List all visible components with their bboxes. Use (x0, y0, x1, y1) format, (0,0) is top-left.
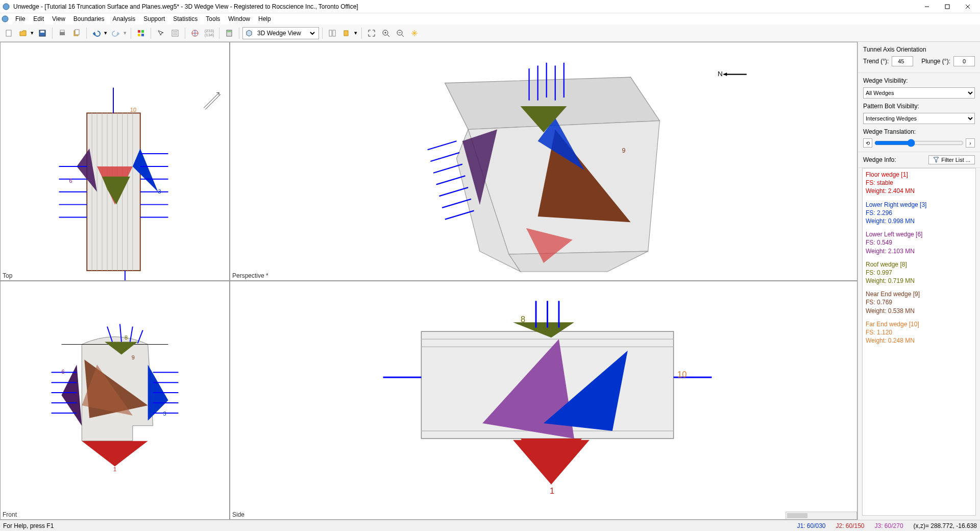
zoom-extents-button[interactable] (365, 27, 378, 40)
minimize-button[interactable] (917, 0, 937, 13)
wedge-info-item[interactable]: Far End wedge [10]FS: 1.120Weight: 0.248… (866, 320, 972, 345)
wedge-visibility-select[interactable]: All Wedges (863, 87, 975, 99)
copy-metafile-button[interactable] (70, 27, 83, 40)
svg-text:8: 8 (521, 315, 525, 324)
translation-end-button[interactable]: › (966, 138, 975, 148)
trend-label: Trend (°): (863, 58, 889, 65)
svg-text:1: 1 (113, 466, 116, 472)
svg-line-90 (445, 211, 474, 220)
wedge-info-item[interactable]: Lower Right wedge [3]FS: 2.296Weight: 0.… (866, 201, 972, 226)
filter-list-button[interactable]: Filter List ... (928, 155, 975, 164)
joint-settings-button[interactable]: (233)(134) (203, 27, 216, 40)
zoom-in-button[interactable] (379, 27, 393, 40)
status-help: For Help, press F1 (3, 522, 54, 529)
redo-button[interactable] (109, 27, 122, 40)
svg-text:3: 3 (163, 411, 166, 417)
svg-line-37 (205, 94, 220, 110)
plunge-label: Plunge (°): (921, 58, 950, 65)
print-button[interactable] (56, 27, 69, 40)
view-selector[interactable]: 3D Wedge View (242, 27, 319, 39)
svg-rect-14 (141, 30, 144, 33)
menu-help[interactable]: Help (254, 14, 275, 23)
svg-text:1: 1 (550, 486, 554, 495)
svg-line-84 (428, 141, 457, 150)
svg-text:N: N (718, 70, 723, 78)
svg-point-0 (3, 4, 9, 10)
svg-text:6: 6 (61, 369, 64, 375)
menu-view[interactable]: View (48, 14, 69, 23)
menu-boundaries[interactable]: Boundaries (69, 14, 109, 23)
info-viewer-button[interactable] (168, 27, 182, 40)
viewport-area: 10 6 3 Top N (0, 42, 857, 520)
viewport-perspective[interactable]: N 9 Perspectiv (230, 42, 857, 281)
view-selector-dropdown[interactable]: 3D Wedge View (255, 29, 316, 37)
viewport-top[interactable]: 10 6 3 Top (0, 42, 230, 281)
menu-bar: File Edit View Boundaries Analysis Suppo… (0, 13, 980, 25)
viewport-front[interactable]: 8 9 6 3 1 Front (0, 281, 230, 520)
select-button[interactable] (154, 27, 167, 40)
svg-text:9: 9 (132, 354, 135, 360)
svg-rect-15 (138, 34, 140, 36)
cube-icon (245, 29, 253, 37)
svg-rect-26 (329, 30, 332, 36)
svg-rect-12 (75, 30, 79, 35)
svg-rect-10 (60, 30, 64, 32)
pan-button[interactable] (408, 27, 421, 40)
new-button[interactable] (2, 27, 15, 40)
wedge-info-list[interactable]: Floor wedge [1]FS: stableWeight: 2.404 M… (862, 168, 976, 516)
svg-rect-8 (40, 31, 44, 33)
menu-analysis[interactable]: Analysis (109, 14, 140, 23)
svg-point-5 (2, 16, 8, 22)
svg-rect-13 (138, 30, 140, 33)
viewport-label: Side (232, 511, 244, 518)
wedge-info-item[interactable]: Roof wedge [8]FS: 0.997Weight: 0.719 MN (866, 260, 972, 285)
wedge-info-item[interactable]: Near End wedge [9]FS: 0.769Weight: 0.538… (866, 290, 972, 315)
title-bar: Unwedge - [Tutorial 16 Truncation Surfac… (0, 0, 980, 13)
close-button[interactable] (958, 0, 978, 13)
viewport-label: Perspective * (232, 272, 268, 279)
svg-line-89 (442, 199, 471, 208)
wedge-info-item[interactable]: Floor wedge [1]FS: stableWeight: 2.404 M… (866, 171, 972, 196)
toolbar: ▾ ▾ ▾ (233)(134) 3D Wedge View ▾ (0, 25, 980, 42)
menu-window[interactable]: Window (224, 14, 254, 23)
svg-line-36 (204, 93, 219, 108)
maximize-button[interactable] (937, 0, 958, 13)
menu-file[interactable]: File (11, 14, 29, 23)
svg-rect-28 (344, 31, 348, 36)
zoom-out-button[interactable] (394, 27, 407, 40)
menu-statistics[interactable]: Statistics (169, 14, 202, 23)
wedge-visibility-title: Wedge Visibility: (863, 77, 975, 84)
plunge-input[interactable] (953, 56, 975, 66)
trend-input[interactable] (892, 56, 913, 66)
undo-dropdown-icon[interactable]: ▾ (104, 30, 108, 36)
status-j2: J2: 60/150 (836, 522, 864, 529)
translation-slider[interactable] (874, 139, 964, 147)
viewport-label: Top (3, 272, 12, 279)
pane-layout-button[interactable] (326, 27, 339, 40)
menu-tools[interactable]: Tools (202, 14, 224, 23)
horizontal-scrollbar[interactable] (786, 512, 857, 520)
compute-button[interactable] (223, 27, 236, 40)
pattern-bolt-select[interactable]: Intersecting Wedges (863, 113, 975, 124)
undo-button[interactable] (90, 27, 103, 40)
svg-marker-93 (82, 441, 148, 467)
status-coords: (x,z)= 288.772, -16.638 (914, 522, 977, 529)
menu-support[interactable]: Support (139, 14, 169, 23)
save-button[interactable] (36, 27, 49, 40)
menu-edit[interactable]: Edit (29, 14, 48, 23)
status-j1: J1: 60/030 (797, 522, 825, 529)
copy-view-button[interactable] (340, 27, 353, 40)
status-j3: J3: 60/270 (875, 522, 903, 529)
svg-line-86 (433, 164, 462, 173)
viewport-side[interactable]: 8 10 1 Side (230, 281, 857, 520)
display-options-button[interactable] (134, 27, 148, 40)
svg-line-88 (439, 187, 468, 196)
dropdown-arrow-icon[interactable]: ▾ (31, 30, 35, 36)
stereonet-button[interactable] (188, 27, 202, 40)
redo-dropdown-icon[interactable]: ▾ (124, 30, 128, 36)
open-button[interactable] (16, 27, 30, 40)
translation-reset-button[interactable]: ⟲ (863, 138, 872, 148)
svg-text:10: 10 (677, 370, 687, 379)
wedge-info-item[interactable]: Lower Left wedge [6]FS: 0.549Weight: 2.1… (866, 230, 972, 255)
copy-dropdown-icon[interactable]: ▾ (354, 30, 358, 36)
